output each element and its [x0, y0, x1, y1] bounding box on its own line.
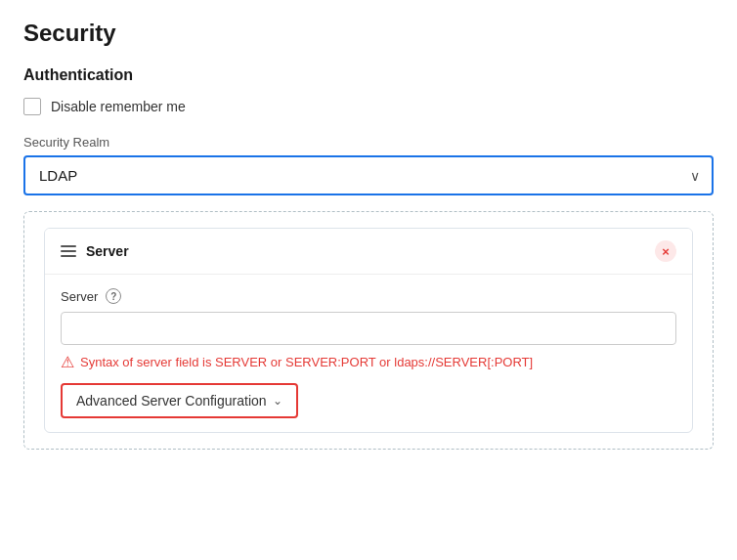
server-card-close-button[interactable]: × [655, 240, 676, 262]
disable-remember-me-row: Disable remember me [23, 98, 714, 115]
advanced-server-config-label: Advanced Server Configuration [76, 393, 267, 409]
server-card-container: Server × Server ? ⚠ Syntax of server fie… [23, 211, 714, 450]
server-card: Server × Server ? ⚠ Syntax of server fie… [44, 228, 693, 433]
server-error-message: Syntax of server field is SERVER or SERV… [80, 355, 533, 369]
drag-handle-icon[interactable] [61, 245, 76, 257]
server-help-icon[interactable]: ? [106, 288, 121, 304]
server-card-body: Server ? ⚠ Syntax of server field is SER… [45, 275, 692, 432]
server-input[interactable] [61, 312, 676, 345]
page-title: Security [23, 20, 714, 47]
security-realm-select[interactable]: LDAP None Active Directory SAML [23, 155, 714, 195]
security-realm-field: Security Realm LDAP None Active Director… [23, 135, 714, 195]
security-realm-select-wrapper: LDAP None Active Directory SAML ∨ [23, 155, 714, 195]
advanced-server-config-button[interactable]: Advanced Server Configuration ⌄ [61, 383, 298, 418]
server-card-header-left: Server [61, 243, 129, 259]
security-realm-label: Security Realm [23, 135, 714, 150]
server-error-row: ⚠ Syntax of server field is SERVER or SE… [61, 353, 676, 371]
error-icon: ⚠ [61, 353, 74, 371]
disable-remember-me-label[interactable]: Disable remember me [51, 99, 186, 114]
authentication-section-title: Authentication [23, 66, 714, 84]
server-card-header: Server × [45, 229, 692, 275]
server-field-label: Server [61, 289, 98, 304]
chevron-down-icon: ⌄ [273, 394, 282, 408]
server-field-row: Server ? [61, 288, 676, 304]
server-card-title: Server [86, 243, 129, 259]
disable-remember-me-checkbox[interactable] [23, 98, 41, 115]
